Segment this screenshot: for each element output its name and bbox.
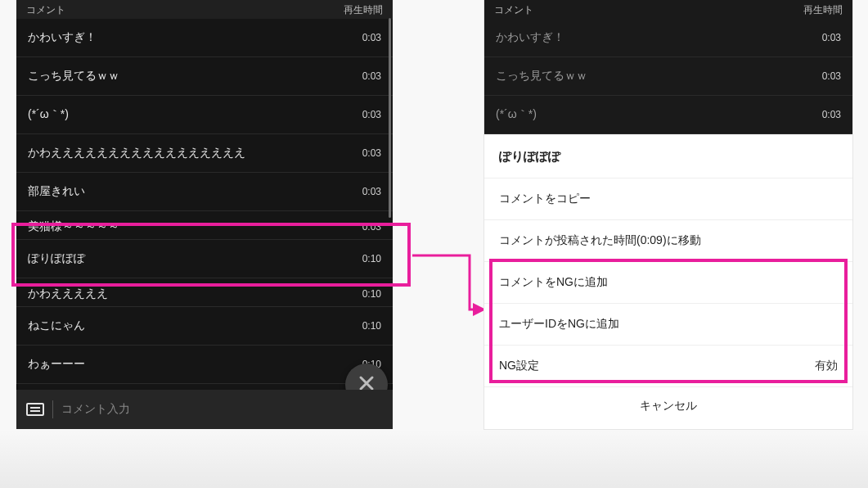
comment-row[interactable]: 部屋きれい 0:03 [16, 173, 393, 211]
comment-text: かわえええええええええええええええええ [28, 146, 245, 160]
comment-row-selected[interactable]: ぽりぽぽぽ 0:10 [16, 240, 393, 278]
comment-time: 0:03 [822, 109, 841, 120]
sheet-cancel-label: キャンセル [640, 399, 697, 412]
comment-time: 0:03 [362, 32, 381, 43]
sheet-copy-comment[interactable]: コメントをコピー [484, 178, 852, 220]
sheet-item-label: コメントをNGに追加 [499, 275, 608, 290]
comment-text: かわいすぎ！ [28, 30, 97, 45]
comment-text: 部屋きれい [28, 184, 85, 199]
comment-text: ぽりぽぽぽ [28, 251, 85, 266]
sheet-item-label: ユーザーIDをNGに追加 [499, 317, 619, 332]
dimmed-background: コメント 再生時間 かわいすぎ！ 0:03 こっち見てるｗｗ 0:03 (*´ω… [484, 0, 852, 134]
sheet-cancel[interactable]: キャンセル [484, 387, 852, 427]
sheet-item-label: コメントをコピー [499, 192, 591, 206]
comment-row[interactable]: かわえええええ 0:10 [16, 278, 393, 307]
header-comment-label: コメント [26, 3, 65, 17]
comment-time: 0:10 [362, 253, 381, 264]
comment-row[interactable]: ねこにゃん 0:10 [16, 307, 393, 346]
header-time-label: 再生時間 [803, 3, 843, 17]
comment-text: 美猫様～～～～～ [28, 219, 119, 234]
action-sheet: ぽりぽぽぽ コメントをコピー コメントが投稿された時間(0:09)に移動 コメン… [484, 134, 852, 429]
sheet-item-label: コメントが投稿された時間(0:09)に移動 [499, 233, 701, 248]
comment-time: 0:03 [362, 70, 381, 82]
comment-row: かわいすぎ！ 0:03 [484, 19, 852, 57]
keyboard-icon [26, 403, 44, 416]
left-screenshot: コメント 再生時間 かわいすぎ！ 0:03 こっち見てるｗｗ 0:03 (*´ω… [16, 0, 393, 429]
comment-time: 0:03 [362, 109, 381, 120]
sheet-ng-user[interactable]: ユーザーIDをNGに追加 [484, 304, 852, 346]
comment-time: 0:03 [822, 70, 841, 82]
sheet-jump-to-time[interactable]: コメントが投稿された時間(0:09)に移動 [484, 220, 852, 262]
comment-text: わぁーーー [28, 357, 85, 372]
comment-text: かわいすぎ！ [496, 30, 564, 45]
page-shadow [0, 429, 868, 488]
annotation-arrow-icon [412, 254, 486, 319]
comment-time: 0:03 [362, 186, 381, 197]
comment-time: 0:03 [362, 147, 381, 159]
comment-text: かわえええええ [28, 287, 108, 301]
comment-input-placeholder: コメント入力 [61, 402, 130, 417]
comment-text: (*´ω｀*) [496, 107, 537, 122]
sheet-ng-comment[interactable]: コメントをNGに追加 [484, 262, 852, 304]
right-screenshot: コメント 再生時間 かわいすぎ！ 0:03 こっち見てるｗｗ 0:03 (*´ω… [484, 0, 852, 429]
comment-row: (*´ω｀*) 0:03 [484, 96, 852, 134]
comment-row[interactable]: 美猫様～～～～～ 0:03 [16, 211, 393, 240]
comment-text: こっち見てるｗｗ [496, 69, 587, 84]
sheet-item-label: NG設定 [499, 359, 539, 373]
comment-row[interactable]: (*´ω｀*) 0:03 [16, 96, 393, 134]
list-header: コメント 再生時間 [16, 0, 393, 19]
comment-row[interactable]: かわいすぎ！ 0:03 [16, 19, 393, 57]
comment-time: 0:10 [362, 288, 381, 300]
header-comment-label: コメント [494, 3, 533, 17]
comment-text: こっち見てるｗｗ [28, 69, 119, 84]
header-time-label: 再生時間 [344, 3, 383, 17]
sheet-title: ぽりぽぽぽ [484, 134, 852, 178]
scrollbar[interactable] [389, 18, 391, 218]
comment-text: (*´ω｀*) [28, 107, 69, 122]
sheet-ng-settings[interactable]: NG設定 有効 [484, 346, 852, 387]
comment-time: 0:03 [822, 32, 841, 43]
comment-row: こっち見てるｗｗ 0:03 [484, 57, 852, 96]
sheet-item-value: 有効 [815, 359, 838, 373]
comment-row[interactable]: こっち見てるｗｗ 0:03 [16, 57, 393, 96]
comment-text: ねこにゃん [28, 319, 85, 333]
divider [52, 400, 53, 418]
comment-input-bar[interactable]: コメント入力 [16, 390, 393, 429]
comment-row[interactable]: わぁーーー 0:10 [16, 346, 393, 384]
list-header: コメント 再生時間 [484, 0, 852, 19]
comment-row[interactable]: かわえええええええええええええええええ 0:03 [16, 134, 393, 173]
comment-time: 0:03 [362, 221, 381, 233]
comment-time: 0:10 [362, 320, 381, 332]
